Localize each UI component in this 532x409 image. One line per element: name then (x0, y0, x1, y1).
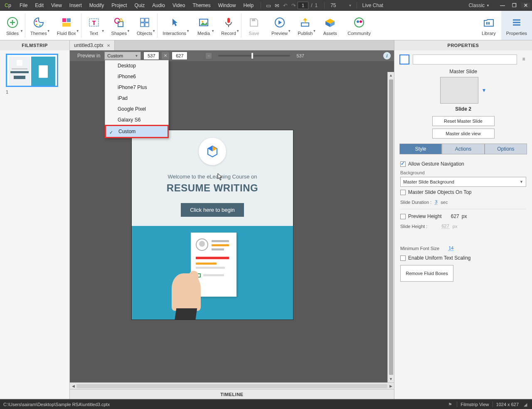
filmstrip-panel: 1 (0, 50, 70, 399)
menu-project[interactable]: Project (108, 0, 131, 11)
menu-insert[interactable]: Insert (66, 0, 86, 11)
ribbon-interactions[interactable]: ▼ Interactions (158, 11, 191, 40)
close-tab-icon[interactable]: ✕ (107, 43, 110, 48)
tab-style[interactable]: Style (399, 144, 442, 154)
scroll-up-icon[interactable]: ▲ (388, 72, 394, 79)
toolbar-ribbon: ▼ Slides ▼ Themes ▼ Fluid Box T ▼ Text ▼… (0, 11, 532, 40)
preview-device-dropdown[interactable]: Custom▼ (104, 52, 141, 60)
zoom-value: 75 (330, 2, 336, 8)
dd-item-ipad[interactable]: iPad (105, 93, 168, 104)
scroll-down-icon[interactable]: ▼ (388, 376, 394, 382)
info-icon[interactable]: i (383, 52, 391, 59)
community-icon (352, 15, 367, 30)
ribbon-shapes[interactable]: ▼ Shapes (106, 11, 132, 40)
menu-quiz[interactable]: Quiz (131, 0, 149, 11)
canvas-area: Preview in Custom▼ 537 ✕ 627 − 537 i Des… (70, 50, 394, 399)
mail-icon[interactable]: ✉ (273, 1, 281, 10)
uniform-scaling-checkbox[interactable] (400, 255, 406, 261)
ribbon-community[interactable]: Community (342, 11, 376, 40)
dd-item-custom[interactable]: ✓ Custom (105, 125, 169, 138)
ribbon-text[interactable]: T ▼ Text (81, 11, 106, 40)
ribbon-save[interactable]: Save (241, 11, 266, 40)
menu-video[interactable]: Video (169, 0, 189, 11)
width-input[interactable]: 537 (143, 52, 159, 60)
width-slider[interactable] (218, 55, 290, 57)
svg-point-26 (355, 18, 364, 27)
tab-actions[interactable]: Actions (442, 144, 484, 154)
objects-on-top-checkbox[interactable] (400, 190, 406, 195)
page-current-input[interactable]: 1 (298, 2, 308, 9)
ribbon-fluidbox[interactable]: ▼ Fluid Box (52, 11, 81, 40)
ribbon-media[interactable]: ▼ Media (191, 11, 216, 40)
ribbon-objects[interactable]: ▼ Objects (132, 11, 157, 40)
menu-file[interactable]: File (16, 0, 31, 11)
dd-item-iphone6[interactable]: iPhone6 (105, 71, 168, 82)
menu-modify[interactable]: Modify (86, 0, 108, 11)
svg-point-28 (360, 20, 362, 23)
chevron-down-icon: ▼ (313, 29, 316, 33)
palette-icon (31, 15, 46, 30)
ribbon-record[interactable]: ▼ Record (216, 11, 241, 40)
redo-icon[interactable]: ↷ (289, 1, 298, 10)
scroll-left-icon[interactable]: ◀ (70, 383, 76, 389)
layout-icon[interactable]: ▭ (264, 1, 273, 10)
dd-item-iphone7plus[interactable]: iPhone7 Plus (105, 82, 168, 93)
vertical-scrollbar[interactable]: ▲ ▼ (387, 72, 394, 382)
background-select[interactable]: Master Slide Background ▼ (400, 177, 526, 187)
ribbon-assets[interactable]: Assets (318, 11, 342, 40)
slide-canvas[interactable]: Welcome to the eLearning Course on RESUM… (131, 130, 293, 320)
allow-gesture-checkbox[interactable] (400, 161, 406, 167)
ribbon-properties[interactable]: Properties (501, 11, 532, 40)
zoom-dd-arrow-icon[interactable]: ▼ (349, 4, 352, 7)
objects-icon (137, 15, 152, 30)
menu-window[interactable]: Window (214, 0, 240, 11)
maximize-icon[interactable]: ❐ (510, 2, 519, 8)
preview-height-checkbox[interactable] (400, 214, 406, 219)
min-font-value[interactable]: 14 (448, 245, 453, 251)
slide-begin-button[interactable]: Click here to begin (181, 203, 244, 217)
live-chat-link[interactable]: Live Chat (362, 2, 383, 8)
clear-width-icon[interactable]: ✕ (162, 52, 169, 59)
menu-help[interactable]: Help (239, 0, 257, 11)
chevron-down-icon: ▼ (186, 29, 190, 33)
dd-item-desktop[interactable]: Desktop (105, 60, 168, 71)
timeline-panel-title[interactable]: Timeline (70, 389, 394, 399)
remove-fluid-boxes-button[interactable]: Remove Fluid Boxes (400, 265, 453, 282)
duration-value[interactable]: 3 (435, 199, 437, 205)
status-flag-icon[interactable]: ⚑ (447, 401, 453, 408)
undo-icon[interactable]: ↶ (281, 1, 289, 10)
status-resize-icon[interactable]: ◢ (522, 401, 529, 408)
master-slide-view-button[interactable]: Master slide view (432, 129, 495, 139)
scroll-right-icon[interactable]: ▶ (387, 383, 394, 389)
close-icon[interactable]: ✕ (521, 2, 530, 8)
collapse-icon[interactable]: − (206, 53, 212, 59)
master-slide-dropdown-icon[interactable]: ▼ (482, 87, 487, 93)
dd-item-googlepixel[interactable]: Google Pixel (105, 104, 168, 114)
mic-icon (221, 15, 236, 30)
panel-menu-icon[interactable]: ≡ (520, 56, 527, 63)
document-tab[interactable]: untitled3.cptx ✕ (70, 40, 115, 50)
preview-device-menu: Desktop iPhone6 iPhone7 Plus iPad Google… (105, 60, 169, 138)
menu-audio[interactable]: Audio (148, 0, 169, 11)
workspace-switcher[interactable]: Classic▼ (468, 2, 490, 8)
minimize-icon[interactable]: — (498, 2, 507, 8)
ribbon-publish[interactable]: ▼ Publish (293, 11, 318, 40)
reset-master-button[interactable]: Reset Master Slide (432, 116, 495, 126)
menu-view[interactable]: View (47, 0, 66, 11)
svg-rect-30 (488, 22, 490, 25)
tab-options[interactable]: Options (485, 144, 527, 154)
preview-height-value[interactable]: 627 (451, 213, 459, 219)
horizontal-scrollbar[interactable]: ◀ ▶ (70, 382, 394, 389)
ribbon-preview[interactable]: ▼ Preview (266, 11, 293, 40)
menu-edit[interactable]: Edit (31, 0, 47, 11)
ribbon-themes[interactable]: ▼ Themes (25, 11, 52, 40)
ribbon-slides[interactable]: ▼ Slides (0, 11, 25, 40)
menu-themes[interactable]: Themes (189, 0, 214, 11)
height-input[interactable]: 627 (172, 52, 187, 60)
master-slide-thumbnail[interactable] (440, 77, 478, 104)
dd-item-galaxys6[interactable]: Galaxy S6 (105, 114, 168, 125)
ribbon-library[interactable]: Library (476, 11, 501, 40)
slide-thumbnail[interactable]: 1 (6, 54, 64, 94)
object-name-input[interactable] (413, 55, 517, 64)
chevron-down-icon: ▼ (127, 29, 130, 33)
